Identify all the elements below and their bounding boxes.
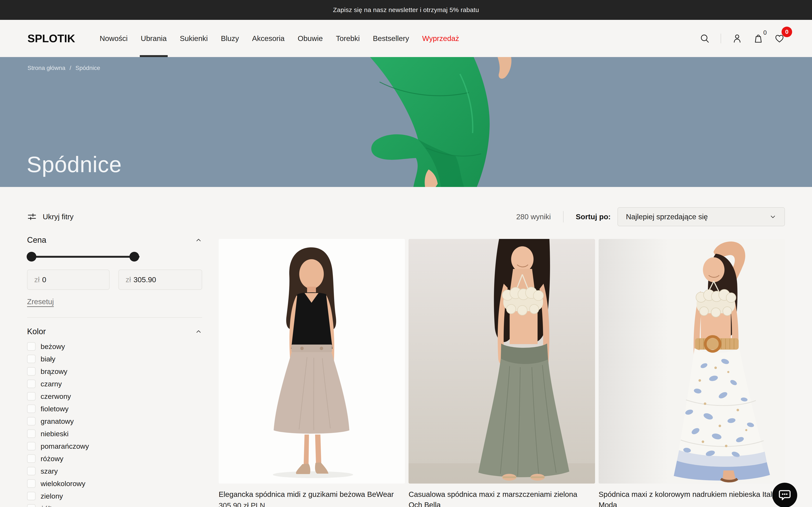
- color-option-szary[interactable]: szary: [27, 467, 202, 475]
- chevron-down-icon: [769, 213, 776, 220]
- sort-value: Najlepiej sprzedające się: [626, 213, 708, 221]
- hide-filters-button[interactable]: Ukryj fitry: [27, 212, 73, 222]
- price-min-input[interactable]: zł: [27, 270, 109, 290]
- color-filter-header[interactable]: Kolor: [27, 327, 202, 336]
- chat-bubble-icon: [778, 489, 791, 502]
- price-min-field[interactable]: [42, 276, 102, 284]
- account-icon[interactable]: [732, 34, 742, 44]
- layout: Cena zł zł Zresetuj Kol: [27, 239, 785, 507]
- color-option-biały[interactable]: biały: [27, 355, 202, 363]
- color-option-granatowy[interactable]: granatowy: [27, 417, 202, 425]
- product-card-2[interactable]: Casualowa spódnica maxi z marszczeniami …: [409, 239, 595, 507]
- price-max-field[interactable]: [134, 276, 195, 284]
- color-checkbox[interactable]: [27, 404, 36, 413]
- product-title[interactable]: Elegancka spódnica midi z guzikami beżow…: [219, 489, 405, 500]
- logo[interactable]: SPLOTIK: [28, 32, 75, 45]
- color-option-zielony[interactable]: zielony: [27, 492, 202, 500]
- color-option-wielokolorowy[interactable]: wielokolorowy: [27, 480, 202, 488]
- cart-icon[interactable]: 0: [753, 34, 763, 44]
- color-option-beżowy[interactable]: beżowy: [27, 342, 202, 350]
- color-options: beżowy biały brązowy czarny czerwony fio…: [27, 342, 202, 507]
- sidebar-divider: [27, 317, 202, 318]
- color-checkbox[interactable]: [27, 442, 36, 450]
- nav-item-sukienki[interactable]: Sukienki: [180, 20, 208, 57]
- color-option-czarny[interactable]: czarny: [27, 380, 202, 388]
- chat-button[interactable]: [772, 483, 797, 507]
- hero-banner: Strona główna / Spódnice Spódnice: [0, 57, 812, 187]
- product-title[interactable]: Casualowa spódnica maxi z marszczeniami …: [409, 489, 595, 507]
- nav-item-ubrania[interactable]: Ubrania: [141, 20, 167, 57]
- nav-item-torebki[interactable]: Torebki: [336, 20, 360, 57]
- color-option-label: zielony: [41, 492, 63, 500]
- product-image[interactable]: [409, 239, 595, 484]
- color-option-niebieski[interactable]: niebieski: [27, 430, 202, 438]
- color-checkbox[interactable]: [27, 454, 36, 463]
- toolbar: Ukryj fitry 280 wyniki Sortuj po: Najlep…: [27, 207, 785, 226]
- chevron-up-icon[interactable]: [195, 237, 202, 244]
- color-checkbox[interactable]: [27, 367, 36, 376]
- announcement-text: Zapisz się na nasz newsletter i otrzymaj…: [333, 6, 479, 13]
- price-max-input[interactable]: zł: [118, 270, 202, 290]
- color-checkbox[interactable]: [27, 504, 36, 507]
- breadcrumb-current: Spódnice: [75, 65, 100, 71]
- nav-item-nowości[interactable]: Nowości: [100, 20, 128, 57]
- color-checkbox[interactable]: [27, 479, 36, 488]
- sort-label: Sortuj po:: [576, 213, 611, 221]
- search-icon[interactable]: [700, 34, 710, 44]
- color-option-label: biały: [41, 355, 55, 363]
- nav-item-akcesoria[interactable]: Akcesoria: [252, 20, 285, 57]
- results-count: 280 wyniki: [516, 213, 551, 221]
- color-option-label: czarny: [41, 380, 62, 388]
- color-option-pomarańczowy[interactable]: pomarańczowy: [27, 442, 202, 450]
- slider-handle-max[interactable]: [130, 252, 139, 262]
- product-card-3[interactable]: Spódnica maxi z kolorowym nadrukiem nieb…: [599, 239, 785, 507]
- breadcrumb-home[interactable]: Strona główna: [28, 65, 65, 71]
- color-filter-title: Kolor: [27, 327, 46, 336]
- price-filter-header[interactable]: Cena: [27, 235, 202, 245]
- color-option-różowy[interactable]: różowy: [27, 455, 202, 463]
- slider-track[interactable]: [27, 256, 140, 258]
- product-title[interactable]: Spódnica maxi z kolorowym nadrukiem nieb…: [599, 489, 785, 507]
- color-option-label: granatowy: [41, 417, 74, 426]
- product-card-1[interactable]: Elegancka spódnica midi z guzikami beżow…: [219, 239, 405, 507]
- color-checkbox[interactable]: [27, 430, 36, 438]
- price-range-slider: [27, 252, 140, 262]
- wishlist-icon[interactable]: 0: [774, 34, 784, 44]
- color-checkbox[interactable]: [27, 355, 36, 363]
- chevron-up-icon[interactable]: [195, 328, 202, 335]
- color-option-czerwony[interactable]: czerwony: [27, 392, 202, 400]
- product-image[interactable]: [599, 239, 785, 484]
- announcement-bar: Zapisz się na nasz newsletter i otrzymaj…: [0, 0, 812, 20]
- nav-item-obuwie[interactable]: Obuwie: [298, 20, 323, 57]
- breadcrumb: Strona główna / Spódnice: [28, 65, 100, 71]
- color-option-żółty[interactable]: żółty: [27, 504, 202, 507]
- color-option-label: różowy: [41, 455, 63, 463]
- price-filter-title: Cena: [27, 235, 46, 245]
- cart-count: 0: [763, 29, 767, 36]
- color-checkbox[interactable]: [27, 417, 36, 426]
- header: SPLOTIK NowościUbraniaSukienkiBluzyAkces…: [0, 20, 812, 57]
- currency-prefix: zł: [125, 276, 131, 284]
- sort-dropdown[interactable]: Najlepiej sprzedające się: [617, 207, 785, 226]
- nav-item-bestsellery[interactable]: Bestsellery: [373, 20, 409, 57]
- color-option-fioletowy[interactable]: fioletowy: [27, 405, 202, 413]
- nav-item-bluzy[interactable]: Bluzy: [221, 20, 239, 57]
- color-checkbox[interactable]: [27, 380, 36, 388]
- color-checkbox[interactable]: [27, 467, 36, 475]
- icon-divider: [721, 34, 721, 43]
- product-image[interactable]: [219, 239, 405, 484]
- color-checkbox[interactable]: [27, 392, 36, 400]
- color-checkbox[interactable]: [27, 342, 36, 351]
- color-option-label: żółty: [41, 504, 55, 507]
- product-grid: Elegancka spódnica midi z guzikami beżow…: [219, 239, 785, 507]
- color-checkbox[interactable]: [27, 492, 36, 500]
- slider-handle-min[interactable]: [27, 252, 36, 262]
- color-option-label: beżowy: [41, 342, 65, 351]
- price-inputs: zł zł: [27, 270, 202, 290]
- main-nav: NowościUbraniaSukienkiBluzyAkcesoriaObuw…: [100, 20, 459, 57]
- reset-filters-link[interactable]: Zresetuj: [27, 297, 54, 306]
- color-option-label: niebieski: [41, 430, 68, 438]
- color-option-brązowy[interactable]: brązowy: [27, 368, 202, 376]
- nav-item-wyprzedaż[interactable]: Wyprzedaż: [422, 20, 459, 57]
- hide-filters-label: Ukryj fitry: [43, 213, 73, 221]
